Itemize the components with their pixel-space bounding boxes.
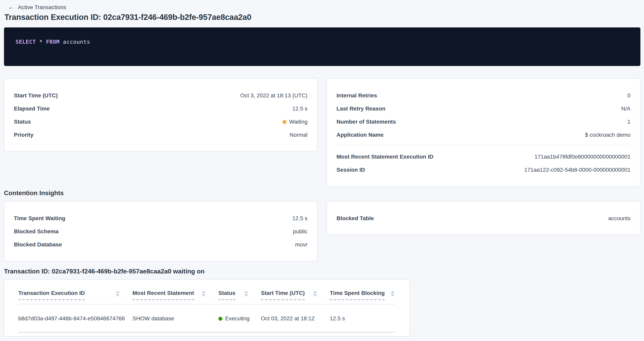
contention-row-blocked-database: Blocked Database movr — [14, 238, 308, 251]
column-header-start-time[interactable]: Start Time (UTC) — [261, 280, 330, 304]
details-row-statement-execution-id: Most Recent Statement Execution ID 171aa… — [336, 150, 630, 163]
cell-most-recent-statement: SHOW database — [132, 304, 218, 332]
statement-execution-id-link[interactable]: 171aa1b478fdf0e80000000000000001 — [534, 153, 630, 160]
row-label: Internal Retries — [336, 92, 377, 98]
back-link-label: Active Transactions — [18, 3, 66, 11]
column-header-label: Transaction Execution ID — [18, 290, 85, 300]
sql-statement-text: SELECT * FROM accounts — [16, 38, 629, 45]
sort-arrows-icon — [313, 291, 317, 297]
summary-row-status: Status Waiting — [14, 115, 308, 128]
sort-arrows-icon — [116, 291, 120, 297]
details-row-last-retry-reason: Last Retry Reason N/A — [336, 102, 630, 115]
waiting-on-table-card: Transaction Execution ID Most Recent Sta… — [4, 279, 410, 337]
column-header-transaction-execution-id[interactable]: Transaction Execution ID — [18, 280, 132, 304]
sql-keyword-select: SELECT — [16, 38, 36, 45]
sql-star: * — [39, 38, 42, 45]
row-value: Oct 3, 2022 at 18:13 (UTC) — [240, 92, 308, 98]
back-to-active-transactions-link[interactable]: ← Active Transactions — [8, 3, 66, 11]
executing-status-dot-icon — [218, 317, 222, 321]
summary-cards-row: Start Time (UTC) Oct 3, 2022 at 18:13 (U… — [4, 78, 640, 186]
card-divider — [336, 145, 630, 145]
row-label: Session ID — [336, 166, 365, 173]
row-value: accounts — [608, 215, 630, 221]
status-text: Executing — [225, 315, 250, 322]
row-label: Time Spent Waiting — [14, 215, 65, 221]
row-label: Number of Statements — [336, 118, 396, 125]
sort-arrows-icon — [390, 291, 394, 297]
sql-table-name: accounts — [63, 38, 90, 45]
active-transaction-details-page: ← Active Transactions Transaction Execut… — [0, 0, 644, 341]
row-label: Most Recent Statement Execution ID — [336, 153, 434, 160]
cell-status: Executing — [218, 304, 261, 332]
summary-row-start-time: Start Time (UTC) Oct 3, 2022 at 18:13 (U… — [14, 89, 308, 102]
status-text: Waiting — [289, 118, 308, 125]
column-header-time-spent-blocking[interactable]: Time Spent Blocking — [330, 280, 396, 304]
row-value: N/A — [621, 105, 630, 111]
column-header-most-recent-statement[interactable]: Most Recent Statement — [132, 280, 218, 304]
summary-row-priority: Priority Normal — [14, 128, 308, 141]
row-label: Application Name — [336, 131, 384, 138]
table-header-row: Transaction Execution ID Most Recent Sta… — [18, 280, 396, 304]
row-value: 12.5 s — [292, 215, 308, 221]
details-row-internal-retries: Internal Retries 0 — [336, 89, 630, 102]
contention-insights-heading: Contention Insights — [4, 190, 64, 197]
column-header-label: Status — [218, 290, 236, 300]
row-label: Elapsed Time — [14, 105, 50, 111]
row-value: Normal — [290, 131, 308, 138]
row-label: Last Retry Reason — [336, 105, 386, 111]
cell-transaction-execution-id: b8d7d03a-d497-446b-8474-e50846674768 — [18, 304, 132, 332]
details-row-number-of-statements: Number of Statements 1 — [336, 115, 630, 128]
row-value: public — [293, 228, 308, 234]
sql-keyword-from: FROM — [46, 38, 60, 45]
sort-arrows-icon — [202, 291, 206, 297]
session-id-link[interactable]: 171aa122-c092-54b8-0000-000000000001 — [524, 166, 630, 173]
row-label: Blocked Database — [14, 241, 62, 247]
column-header-status[interactable]: Status — [218, 280, 261, 304]
summary-row-elapsed-time: Elapsed Time 12.5 s — [14, 102, 308, 115]
left-arrow-icon: ← — [8, 4, 14, 10]
contention-row-blocked-table: Blocked Table accounts — [336, 211, 630, 225]
contention-waiting-card: Time Spent Waiting 12.5 s Blocked Schema… — [4, 201, 318, 261]
column-header-label: Start Time (UTC) — [261, 290, 305, 300]
row-value: $ cockroach demo — [585, 131, 630, 138]
waiting-on-heading: Transaction ID: 02ca7931-f246-469b-b2fe-… — [4, 268, 205, 275]
details-row-session-id: Session ID 171aa122-c092-54b8-0000-00000… — [336, 163, 630, 176]
row-label: Start Time (UTC) — [14, 92, 58, 98]
contention-blocked-table-card: Blocked Table accounts — [326, 201, 640, 235]
execution-details-card: Internal Retries 0 Last Retry Reason N/A… — [326, 78, 640, 186]
row-value: movr — [295, 241, 308, 247]
row-value: 0 — [627, 92, 630, 98]
sql-statement-box: SELECT * FROM accounts — [4, 27, 640, 66]
column-header-label: Most Recent Statement — [132, 290, 194, 300]
row-value: 1 — [627, 118, 630, 125]
row-label: Priority — [14, 131, 34, 138]
waiting-on-table: Transaction Execution ID Most Recent Sta… — [18, 280, 396, 333]
column-header-label: Time Spent Blocking — [330, 290, 385, 300]
contention-row-blocked-schema: Blocked Schema public — [14, 225, 308, 238]
contention-cards-row: Time Spent Waiting 12.5 s Blocked Schema… — [4, 201, 640, 261]
page-title: Transaction Execution ID: 02ca7931-f246-… — [4, 13, 252, 22]
row-label: Blocked Table — [336, 215, 374, 221]
row-value: 12.5 s — [292, 105, 308, 111]
row-label: Blocked Schema — [14, 228, 58, 234]
cell-time-spent-blocking: 12.5 s — [330, 304, 396, 332]
sort-arrows-icon — [244, 291, 248, 297]
table-row: b8d7d03a-d497-446b-8474-e50846674768 SHO… — [18, 304, 396, 332]
details-row-application-name: Application Name $ cockroach demo — [336, 128, 630, 141]
execution-summary-card: Start Time (UTC) Oct 3, 2022 at 18:13 (U… — [4, 78, 318, 151]
cell-start-time: Oct 03, 2022 at 18:12 — [261, 304, 330, 332]
waiting-status-dot-icon — [282, 120, 286, 124]
row-label: Status — [14, 118, 31, 125]
contention-row-time-spent-waiting: Time Spent Waiting 12.5 s — [14, 211, 308, 225]
status-value: Waiting — [282, 118, 308, 125]
